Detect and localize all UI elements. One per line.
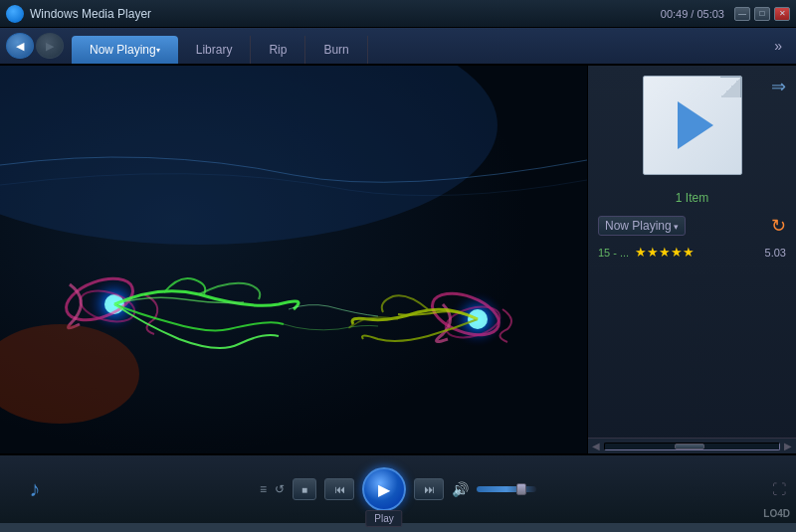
play-triangle-icon xyxy=(678,101,713,149)
stop-icon: ■ xyxy=(301,484,307,495)
playlist-expand-button[interactable]: ⇒ xyxy=(771,76,786,97)
wmp-icon xyxy=(6,5,24,23)
scroll-right-button[interactable]: ▶ xyxy=(782,441,794,451)
shuffle-button[interactable]: ≡ xyxy=(260,482,267,496)
repeat-button[interactable]: ↺ xyxy=(275,482,285,496)
fullscreen-button[interactable]: ⛶ xyxy=(772,481,786,497)
stop-button[interactable]: ■ xyxy=(293,478,316,500)
music-note-area: ♪ xyxy=(10,476,60,502)
bottom-right-area: ⛶ xyxy=(736,481,786,497)
maximize-button[interactable]: □ xyxy=(754,7,770,21)
volume-slider[interactable] xyxy=(477,486,536,492)
tab-library[interactable]: Library xyxy=(178,36,252,64)
title-bar: Windows Media Player 00:49 / 05:03 — □ ✕ xyxy=(0,0,796,28)
volume-thumb[interactable] xyxy=(516,483,526,495)
playback-time: 00:49 / 05:03 xyxy=(661,8,724,20)
play-icon: ▶ xyxy=(378,480,390,499)
forward-button[interactable]: ▶ xyxy=(36,33,64,59)
track-stars[interactable]: ★★★★★ xyxy=(635,245,758,260)
visualization-svg xyxy=(0,66,587,453)
visualization-area[interactable] xyxy=(0,66,587,453)
now-playing-row: Now Playing ↻ xyxy=(588,211,796,241)
refresh-button[interactable]: ↻ xyxy=(771,215,786,237)
tab-rip[interactable]: Rip xyxy=(251,36,305,64)
scroll-left-button[interactable]: ◀ xyxy=(590,441,602,451)
horizontal-scrollbar[interactable]: ◀ ▶ xyxy=(588,438,796,453)
main-content: ⇒ 1 Item Now Playing ↻ 15 - ... ★★★★★ 5.… xyxy=(0,66,796,453)
more-tabs-button[interactable]: » xyxy=(766,38,790,54)
app-title: Windows Media Player xyxy=(30,7,661,21)
right-panel: ⇒ 1 Item Now Playing ↻ 15 - ... ★★★★★ 5.… xyxy=(587,66,796,453)
back-forward-nav: ◀ ▶ xyxy=(6,33,64,59)
nav-tabs: Now Playing Library Rip Burn xyxy=(72,28,368,64)
prev-button[interactable]: ⏮ xyxy=(324,478,354,500)
track-duration: 5.03 xyxy=(765,247,786,259)
playback-controls: ≡ ↺ ■ ⏮ ▶ Play ⏭ 🔊 xyxy=(260,467,536,511)
media-thumbnail-area: ⇒ xyxy=(588,66,796,185)
playback-controls-center: ≡ ↺ ■ ⏮ ▶ Play ⏭ 🔊 xyxy=(60,467,736,511)
window-controls: — □ ✕ xyxy=(734,7,790,21)
track-label: 15 - ... xyxy=(598,247,629,259)
bottom-controls-bar: ♪ ≡ ↺ ■ ⏮ ▶ Play ⏭ 🔊 ⛶ LO4D xyxy=(0,453,796,523)
volume-button[interactable]: 🔊 xyxy=(452,481,469,497)
media-thumbnail xyxy=(643,76,742,175)
tab-burn[interactable]: Burn xyxy=(305,36,367,64)
music-note-icon: ♪ xyxy=(30,476,41,502)
play-tooltip: Play xyxy=(365,510,402,527)
tab-now-playing[interactable]: Now Playing xyxy=(72,36,178,64)
scroll-thumb[interactable] xyxy=(675,443,704,449)
minimize-button[interactable]: — xyxy=(734,7,750,21)
panel-spacer xyxy=(588,264,796,438)
close-button[interactable]: ✕ xyxy=(774,7,790,21)
track-row: 15 - ... ★★★★★ 5.03 xyxy=(588,241,796,264)
next-button[interactable]: ⏭ xyxy=(414,478,444,500)
prev-icon: ⏮ xyxy=(334,483,345,495)
scroll-track[interactable] xyxy=(604,443,780,450)
back-button[interactable]: ◀ xyxy=(6,33,34,59)
play-button[interactable]: ▶ Play xyxy=(362,467,406,511)
watermark: LO4D xyxy=(763,508,790,519)
now-playing-dropdown[interactable]: Now Playing xyxy=(598,216,686,236)
nav-bar: ◀ ▶ Now Playing Library Rip Burn » xyxy=(0,28,796,66)
next-icon: ⏭ xyxy=(424,483,435,495)
item-count: 1 Item xyxy=(588,185,796,211)
